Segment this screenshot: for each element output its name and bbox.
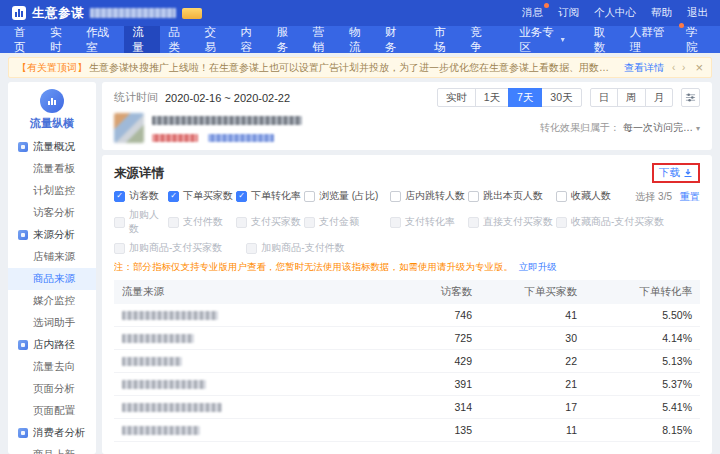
banner-pager-icons[interactable]: ‹ › bbox=[672, 62, 687, 73]
nav-item-realtime[interactable]: 实时 bbox=[42, 26, 78, 53]
nav-item-logistics[interactable]: 物流 bbox=[341, 26, 377, 53]
nav-item-war-room[interactable]: 作战室 bbox=[78, 26, 124, 53]
topbar-link-help[interactable]: 帮助 bbox=[651, 6, 672, 20]
nav-item-audience[interactable]: 人群管理 bbox=[622, 26, 678, 53]
header-order-conversion: 下单转化率 bbox=[577, 285, 692, 299]
header-traffic-source: 流量来源 bbox=[122, 285, 382, 299]
nav-item-data-extract[interactable]: 取数 bbox=[586, 26, 622, 53]
nav-item-content[interactable]: 内容 bbox=[233, 26, 269, 53]
nav-item-finance[interactable]: 财务 bbox=[377, 26, 413, 53]
sidebar-item-item-new[interactable]: 商品上新 bbox=[8, 444, 96, 454]
nav-item-category[interactable]: 品类 bbox=[160, 26, 196, 53]
nav-item-service[interactable]: 服务 bbox=[269, 26, 305, 53]
sidebar-item-label: 页面配置 bbox=[33, 404, 75, 418]
sidebar-item-visitor-analysis[interactable]: 访客分析 bbox=[8, 202, 96, 224]
sidebar-item-item-source[interactable]: 商品来源 bbox=[8, 268, 96, 290]
nav-item-trade[interactable]: 交易 bbox=[197, 26, 233, 53]
metric-row: ✓访客数✓下单买家数✓下单转化率浏览量 (占比)店内跳转人数跳出本页人数收藏人数 bbox=[114, 189, 700, 203]
topbar-link-subscribe[interactable]: 订阅 bbox=[558, 6, 579, 20]
order-buyers-value: 11 bbox=[472, 424, 577, 436]
nav-item-market[interactable]: 市场 bbox=[426, 26, 462, 53]
nav-item-home[interactable]: 首页 bbox=[6, 26, 42, 53]
range-button-30d[interactable]: 30天 bbox=[541, 88, 581, 107]
source-details-card: 来源详情 下载 ✓访客数✓下单买家数✓下单转化率浏览量 (占比)店内跳转人数跳出… bbox=[102, 155, 712, 454]
sidebar-item-word-assistant[interactable]: 选词助手 bbox=[8, 312, 96, 334]
sidebar-item-plan-monitor[interactable]: 计划监控 bbox=[8, 180, 96, 202]
nav-item-business-zone[interactable]: 业务专区▾ bbox=[511, 26, 572, 53]
range-button-1d[interactable]: 1天 bbox=[475, 88, 509, 107]
checkbox-icon bbox=[556, 191, 567, 202]
source-cell bbox=[122, 380, 382, 389]
metric-label: 加购商品-支付买家数 bbox=[129, 241, 222, 255]
metric-label: 加购商品-支付件数 bbox=[261, 241, 344, 255]
sidebar-item-shop-source[interactable]: 店铺来源 bbox=[8, 246, 96, 268]
banner-detail-link[interactable]: 查看详情 bbox=[624, 61, 664, 75]
nav-item-marketing[interactable]: 营销 bbox=[305, 26, 341, 53]
topbar-link-personal-center[interactable]: 个人中心 bbox=[594, 6, 636, 20]
banner-close-icon[interactable]: × bbox=[695, 61, 703, 74]
topbar-link-messages[interactable]: 消息 bbox=[522, 6, 543, 20]
sidebar-item-label: 访客分析 bbox=[33, 206, 75, 220]
sidebar-item-page-config[interactable]: 页面配置 bbox=[8, 400, 96, 422]
main-area: 流量纵横 流量概况流量看板计划监控访客分析来源分析店铺来源商品来源媒介监控选词助… bbox=[8, 82, 712, 454]
metric-label: 收藏人数 bbox=[571, 189, 611, 203]
sidebar-item-page-analysis[interactable]: 页面分析 bbox=[8, 378, 96, 400]
topbar-link-logout[interactable]: 退出 bbox=[687, 6, 708, 20]
sidebar-item-label: 流量概况 bbox=[33, 140, 75, 154]
redacted-source-name bbox=[122, 403, 222, 412]
sidebar-item-media-monitor[interactable]: 媒介监控 bbox=[8, 290, 96, 312]
metric-visitors[interactable]: ✓访客数 bbox=[114, 189, 168, 203]
visitors-value: 391 bbox=[382, 378, 472, 390]
metric-bounce-visitors[interactable]: 跳出本页人数 bbox=[468, 189, 556, 203]
download-button[interactable]: 下载 bbox=[659, 166, 693, 180]
nav-item-academy[interactable]: 学院 bbox=[678, 26, 714, 53]
product-row: 转化效果归属于： 每一次访问完… ▾ bbox=[114, 113, 700, 143]
metric-label: 收藏商品-支付买家数 bbox=[571, 215, 664, 229]
metric-pay-amount[interactable]: 支付金额 bbox=[304, 215, 390, 229]
sidebar-item-traffic-flow[interactable]: 流量去向 bbox=[8, 356, 96, 378]
sidebar-item-traffic-overview[interactable]: 流量概况 bbox=[8, 136, 96, 158]
metric-fav-pay-buyers[interactable]: 收藏商品-支付买家数 bbox=[556, 215, 664, 229]
metric-favorites[interactable]: 收藏人数 bbox=[556, 189, 611, 203]
metric-cart-users[interactable]: 加购人数 bbox=[114, 208, 168, 236]
metric-order-cvr[interactable]: ✓下单转化率 bbox=[236, 189, 304, 203]
upgrade-link[interactable]: 立即升级 bbox=[519, 261, 557, 272]
table-row: 314175.41% bbox=[114, 396, 700, 419]
reset-button[interactable]: 重置 bbox=[680, 190, 700, 204]
range-button-month[interactable]: 月 bbox=[645, 88, 674, 107]
metric-instore-jumps[interactable]: 店内跳转人数 bbox=[390, 189, 468, 203]
selected-product bbox=[114, 113, 302, 143]
main-nav: 首页实时作战室流量品类交易内容服务营销物流财务市场竞争业务专区▾取数人群管理学院 bbox=[0, 26, 720, 53]
sidebar-item-traffic-board[interactable]: 流量看板 bbox=[8, 158, 96, 180]
metric-pv-ratio[interactable]: 浏览量 (占比) bbox=[304, 189, 390, 203]
product-subline bbox=[152, 134, 302, 142]
section-title: 来源详情 bbox=[114, 165, 164, 182]
conversion-attribution-select[interactable]: 转化效果归属于： 每一次访问完… ▾ bbox=[540, 121, 700, 135]
note-text: 注：部分指标仅支持专业版用户查看，您暂时无法使用该指标数据，如需使用请升级为专业… bbox=[114, 261, 513, 272]
order-conversion-value: 5.41% bbox=[577, 401, 692, 413]
sidebar-item-consumer-analysis[interactable]: 消费者分析 bbox=[8, 422, 96, 444]
nav-item-traffic[interactable]: 流量 bbox=[124, 26, 160, 53]
sidebar-item-source-analysis[interactable]: 来源分析 bbox=[8, 224, 96, 246]
range-button-7d[interactable]: 7天 bbox=[508, 88, 542, 107]
range-button-day[interactable]: 日 bbox=[590, 88, 619, 107]
filter-settings-button[interactable] bbox=[681, 88, 700, 107]
metric-pay-cvr[interactable]: 支付转化率 bbox=[390, 215, 468, 229]
metric-cart-pay-items[interactable]: 加购商品-支付件数 bbox=[246, 241, 344, 255]
metric-cart-pay-buyers[interactable]: 加购商品-支付买家数 bbox=[114, 241, 222, 255]
sidebar-item-label: 选词助手 bbox=[33, 316, 75, 330]
order-conversion-value: 5.50% bbox=[577, 309, 692, 321]
metric-pay-buyers[interactable]: 支付买家数 bbox=[236, 215, 304, 229]
date-range-value[interactable]: 2020-02-16 ~ 2020-02-22 bbox=[165, 92, 290, 104]
sidebar-item-instore-path[interactable]: 店内路径 bbox=[8, 334, 96, 356]
range-button-week[interactable]: 周 bbox=[617, 88, 646, 107]
checkbox-icon bbox=[114, 217, 125, 228]
metric-direct-pay-buyers[interactable]: 直接支付买家数 bbox=[468, 215, 556, 229]
traffic-module-icon bbox=[40, 89, 64, 113]
metric-pay-items[interactable]: 支付件数 bbox=[168, 215, 236, 229]
brand-name[interactable]: 生意参谋 bbox=[32, 5, 84, 22]
range-button-realtime[interactable]: 实时 bbox=[437, 88, 476, 107]
metric-selection-info: 选择 3/5 重置 bbox=[635, 190, 700, 204]
nav-item-compete[interactable]: 竞争 bbox=[462, 26, 498, 53]
metric-order-buyers[interactable]: ✓下单买家数 bbox=[168, 189, 236, 203]
